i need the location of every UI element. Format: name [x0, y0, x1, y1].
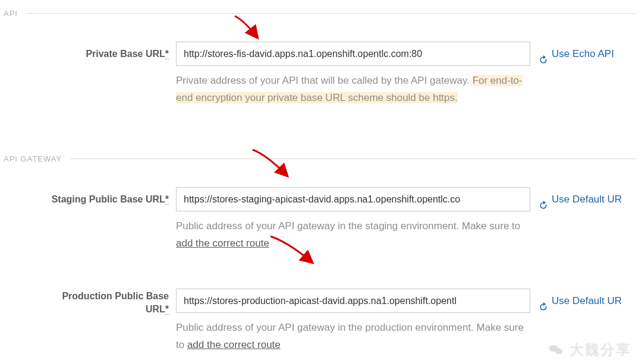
label-private-base-url: Private Base URL* [0, 42, 176, 61]
section-heading-api: API [4, 6, 636, 20]
helptext-private: Private address of your API that will be… [176, 66, 530, 106]
use-default-url-link-production[interactable]: Use Default UR [539, 289, 622, 313]
label-staging-public-base-url: Staging Public Base URL* [0, 187, 176, 206]
use-default-url-link-staging[interactable]: Use Default UR [539, 187, 622, 211]
field-private-base-url: Private Base URL* Private address of you… [0, 42, 642, 106]
field-staging-public-base-url: Staging Public Base URL* Public address … [0, 187, 642, 252]
section-heading-gateway: API GATEWAY [4, 151, 636, 166]
use-default-url-label: Use Default UR [552, 289, 622, 313]
helptext-production: Public address of your API gateway in th… [176, 313, 530, 353]
section-title-gateway: API GATEWAY [4, 154, 62, 163]
use-default-url-label: Use Default UR [552, 187, 622, 211]
section-rule [26, 13, 636, 14]
section-rule [70, 159, 636, 159]
add-route-link-production[interactable]: add the correct route [187, 339, 281, 350]
use-echo-api-link[interactable]: Use Echo API [539, 42, 614, 66]
reload-icon [539, 49, 548, 59]
production-public-base-url-input[interactable] [176, 289, 530, 313]
use-echo-api-label: Use Echo API [552, 42, 614, 66]
label-production-public-base-url: Production Public Base URL* [0, 289, 176, 316]
field-production-public-base-url: Production Public Base URL* Public addre… [0, 289, 642, 353]
reload-icon [539, 296, 548, 306]
staging-public-base-url-input[interactable] [176, 187, 530, 211]
private-base-url-input[interactable] [176, 42, 530, 66]
section-title-api: API [4, 9, 18, 18]
add-route-link-staging[interactable]: add the correct route [176, 238, 269, 249]
helptext-staging: Public address of your API gateway in th… [176, 211, 530, 252]
reload-icon [539, 195, 548, 204]
page-root: API Private Base URL* Private address of… [0, 0, 642, 364]
